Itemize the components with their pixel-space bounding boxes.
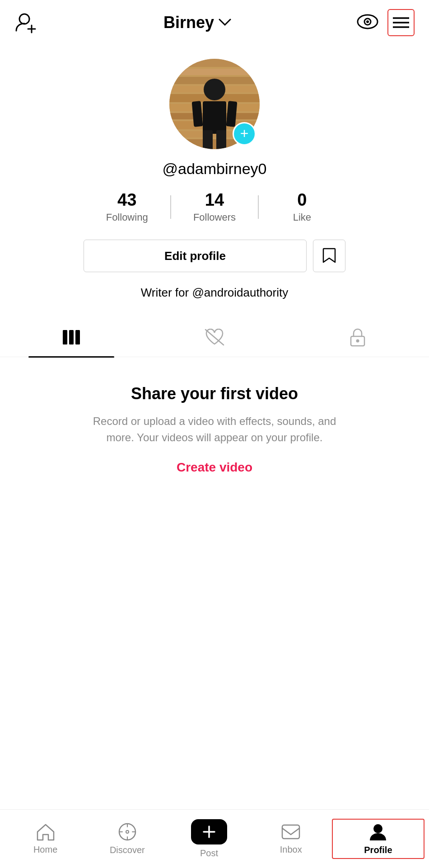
bottom-nav: Home Discover Post Inbox: [0, 809, 429, 868]
following-label: Following: [106, 212, 148, 223]
grid-icon: [62, 329, 81, 345]
header-username: Birney: [163, 13, 214, 32]
nav-discover-label: Discover: [110, 845, 145, 855]
content-tabs: [0, 318, 429, 357]
tab-videos[interactable]: [0, 318, 143, 357]
nav-post[interactable]: Post: [168, 819, 250, 859]
svg-rect-41: [282, 825, 299, 839]
svg-rect-28: [69, 330, 74, 344]
action-buttons: Edit profile: [84, 240, 345, 272]
nav-home[interactable]: Home: [5, 823, 86, 855]
profile-switcher[interactable]: Birney: [163, 13, 231, 32]
create-video-button[interactable]: Create video: [177, 460, 252, 475]
svg-rect-29: [75, 330, 80, 344]
empty-state: Share your first video Record or upload …: [0, 357, 429, 502]
liked-icon: [205, 329, 224, 346]
eye-icon[interactable]: [357, 14, 378, 31]
svg-point-32: [356, 340, 359, 343]
likes-stat[interactable]: 0 Like: [259, 190, 345, 223]
bio: Writer for @androidauthority: [141, 286, 289, 300]
following-stat[interactable]: 43 Following: [84, 190, 170, 223]
svg-rect-11: [169, 59, 260, 67]
svg-rect-24: [216, 130, 226, 149]
following-count: 43: [117, 190, 136, 210]
svg-point-42: [373, 824, 382, 833]
svg-rect-27: [63, 330, 67, 344]
app-header: Birney: [0, 0, 429, 45]
chevron-down-icon: [219, 19, 231, 27]
post-button[interactable]: [191, 819, 227, 844]
followers-stat[interactable]: 14 Followers: [171, 190, 258, 223]
nav-discover[interactable]: Discover: [86, 822, 168, 855]
nav-inbox-label: Inbox: [280, 844, 302, 855]
add-to-profile-button[interactable]: +: [233, 122, 256, 146]
header-actions: [357, 9, 415, 36]
likes-label: Like: [293, 212, 311, 223]
likes-count: 0: [297, 190, 307, 210]
svg-rect-12: [169, 69, 260, 75]
stats-row: 43 Following 14 Followers 0 Like: [84, 190, 345, 223]
empty-state-description: Record or upload a video with effects, s…: [93, 413, 336, 446]
bookmark-button[interactable]: [313, 240, 345, 272]
nav-inbox[interactable]: Inbox: [250, 823, 332, 855]
tab-liked[interactable]: [143, 318, 286, 357]
avatar-wrapper: +: [169, 59, 260, 149]
followers-count: 14: [205, 190, 224, 210]
svg-point-0: [19, 14, 29, 24]
nav-post-label: Post: [200, 848, 218, 859]
svg-point-34: [126, 830, 129, 833]
svg-rect-22: [203, 101, 226, 134]
profile-section: + @adambirney0 43 Following 14 Followers…: [0, 45, 429, 318]
svg-point-21: [204, 79, 225, 100]
lock-icon: [350, 328, 366, 347]
nav-profile[interactable]: Profile: [332, 819, 424, 859]
nav-home-label: Home: [33, 844, 57, 855]
followers-label: Followers: [193, 212, 236, 223]
empty-state-title: Share your first video: [131, 384, 298, 403]
nav-profile-label: Profile: [364, 845, 392, 855]
tab-private[interactable]: [286, 318, 429, 357]
svg-point-5: [366, 20, 369, 23]
svg-rect-23: [203, 130, 213, 149]
add-user-button[interactable]: [14, 11, 38, 34]
menu-button[interactable]: [387, 9, 415, 36]
username-label: @adambirney0: [162, 160, 266, 178]
edit-profile-button[interactable]: Edit profile: [84, 240, 307, 272]
